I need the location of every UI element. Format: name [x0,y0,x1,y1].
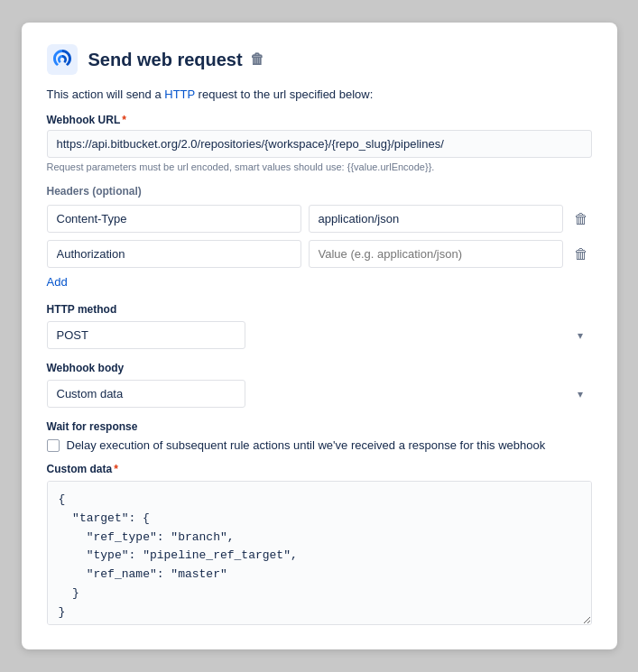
desc-before: This action will send a [47,87,165,101]
headers-label: Headers (optional) [47,185,592,198]
custom-data-textarea[interactable]: { "target": { "ref_type": "branch", "typ… [47,481,592,625]
title-text: Send web request [88,50,243,70]
header-key-1[interactable] [47,205,301,233]
card-header: Send web request 🗑 [47,44,592,75]
required-marker: * [122,114,126,126]
jira-automation-icon [47,44,78,75]
chevron-down-icon-2: ▾ [578,388,583,400]
delete-header-2-icon[interactable]: 🗑 [570,243,592,266]
webhook-body-wrapper: Empty Custom data Issue data ▾ [47,380,592,408]
add-header-link[interactable]: Add [47,275,68,289]
send-web-request-card: Send web request 🗑 This action will send… [22,23,617,649]
dialog-title: Send web request 🗑 [88,50,264,70]
svg-rect-0 [47,44,78,75]
webhook-body-select[interactable]: Empty Custom data Issue data [47,380,245,408]
wait-label: Wait for response [47,420,592,433]
header-value-2[interactable] [309,240,563,268]
url-hint: Request parameters must be url encoded, … [47,161,592,172]
header-key-2[interactable] [47,240,301,268]
wait-checkbox-label: Delay execution of subsequent rule actio… [67,438,546,452]
webhook-url-label: Webhook URL* [47,114,592,126]
description-text: This action will send a HTTP request to … [47,87,592,101]
http-link[interactable]: HTTP [164,87,195,101]
chevron-down-icon: ▾ [578,329,583,342]
header-row-2: 🗑 [47,240,592,268]
delete-header-1-icon[interactable]: 🗑 [570,207,592,231]
header-row-1: 🗑 [47,205,592,233]
http-method-wrapper: GET POST PUT DELETE PATCH ▾ [47,321,592,349]
desc-after: request to the url specified below: [195,87,373,101]
http-method-label: HTTP method [47,303,592,316]
custom-data-required: * [114,463,118,475]
wait-checkbox[interactable] [47,439,60,452]
header-value-1[interactable] [309,205,563,233]
custom-data-label: Custom data* [47,463,592,475]
wait-for-response-section: Wait for response Delay execution of sub… [47,420,592,452]
webhook-url-input[interactable] [47,130,592,158]
webhook-body-label: Webhook body [47,362,592,374]
delete-action-icon[interactable]: 🗑 [250,51,264,68]
http-method-select[interactable]: GET POST PUT DELETE PATCH [47,321,245,349]
wait-checkbox-row: Delay execution of subsequent rule actio… [47,438,592,452]
